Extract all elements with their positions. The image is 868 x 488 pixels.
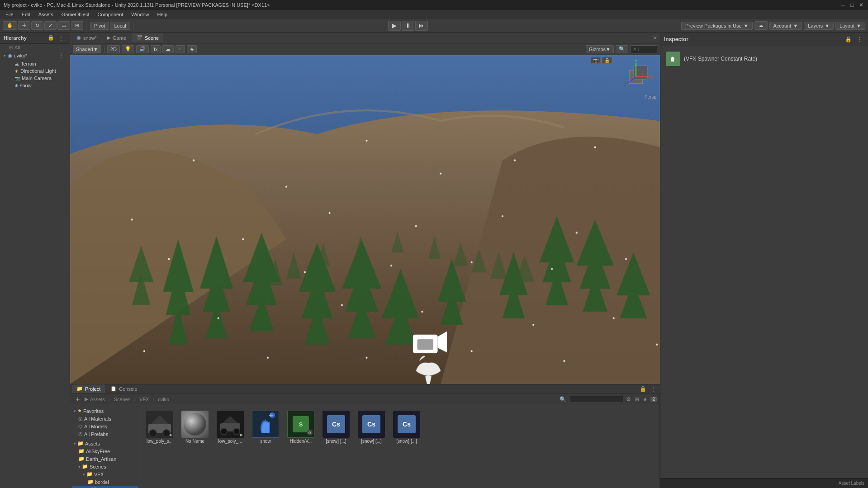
layout-button[interactable]: Layout ▼ (835, 22, 865, 30)
2d-button[interactable]: 2D (107, 45, 120, 53)
menu-assets[interactable]: Assets (35, 11, 57, 18)
scale-tool[interactable]: ⤢ (44, 21, 57, 30)
hierarchy-title: Hierarchy (4, 35, 27, 41)
svg-point-53 (576, 232, 578, 233)
project-settings-btn[interactable]: ⚙ (625, 395, 632, 403)
menu-edit[interactable]: Edit (18, 11, 34, 18)
breadcrumb-cviko[interactable]: cviko (158, 397, 169, 402)
breadcrumb-vfx[interactable]: VFX (139, 397, 149, 402)
breadcrumb-assets[interactable]: Assets (90, 397, 105, 402)
move-tool[interactable]: ✛ (18, 21, 30, 30)
play-button[interactable]: ▶ (388, 21, 401, 31)
asset-snow-cs-2[interactable]: Cs [snow] [...] (356, 409, 387, 445)
assets-label: Assets (85, 441, 100, 446)
tab-snow-scene[interactable]: ◉ snow* (72, 33, 101, 42)
scene-label: cviko* (14, 53, 27, 58)
anim-btn[interactable]: ◈ (187, 45, 197, 53)
all-prefabs-item[interactable]: ◎ All Prefabs (72, 430, 138, 438)
pause-button[interactable]: ⏸ (402, 21, 414, 31)
tab-project[interactable]: 📁 Project (72, 384, 105, 393)
breadcrumb-expand[interactable]: ▶ (85, 396, 88, 402)
hierarchy-item-snow[interactable]: ❄ snow (0, 82, 70, 89)
asset-snow-vfx[interactable]: snow (250, 409, 281, 445)
collab-icon[interactable]: ☁ (754, 21, 768, 30)
asset-low-poly-2[interactable]: ▶ low_poly_... (214, 409, 246, 445)
minimize-button[interactable]: ─ (840, 2, 846, 8)
search-project-btn[interactable]: 🔍 (559, 395, 567, 403)
lock-icon[interactable]: 🔒 (47, 34, 54, 42)
favorites-btn[interactable]: ★ (642, 395, 649, 403)
shading-chevron: ▼ (93, 47, 98, 52)
bordel-item[interactable]: 📁 bordel (72, 478, 138, 486)
scenes-item[interactable]: ▾ 📁 Scenes (72, 463, 138, 470)
close-tab-button[interactable]: ✕ (652, 34, 658, 42)
asset-snow-cs-3[interactable]: Cs [snow] [...] (391, 409, 422, 445)
tab-scene[interactable]: 🎬 Scene (132, 33, 163, 42)
local-button[interactable]: Local (110, 22, 130, 30)
gizmos-button[interactable]: Gizmos ▼ (586, 45, 614, 53)
close-button[interactable]: ✕ (858, 2, 864, 8)
expand-arrow-icon: ▾ (4, 53, 6, 58)
svg-point-60 (218, 317, 219, 319)
hierarchy-item-terrain[interactable]: ⛰ Terrain (0, 60, 70, 67)
menu-file[interactable]: File (2, 11, 17, 18)
scene-search-input[interactable] (630, 45, 657, 53)
shading-dropdown[interactable]: Shaded ▼ (73, 45, 101, 53)
menu-component[interactable]: Component (94, 11, 127, 18)
tab-game[interactable]: ▶ Game (102, 33, 131, 42)
assets-folder[interactable]: ▾ 📁 Assets (72, 440, 138, 447)
transform-tool[interactable]: ⊞ (71, 21, 83, 30)
menu-gameobject[interactable]: GameObject (58, 11, 93, 18)
scene-menu-icon[interactable]: ⋮ (56, 52, 66, 59)
audio-btn[interactable]: 🔊 (136, 45, 149, 53)
all-materials-item[interactable]: ◎ All Materials (72, 415, 138, 422)
lock-bottom-icon[interactable]: 🔒 (640, 386, 646, 392)
vfx-item[interactable]: ▾ 📁 VFX (72, 470, 138, 478)
scene-viewport[interactable]: X Y Z Persp 📷 🔒 (70, 55, 660, 384)
hierarchy-scene-cviko[interactable]: ▾ ◉ cviko* ⋮ (0, 51, 70, 60)
inspector-lock-icon[interactable]: 🔒 (845, 36, 852, 43)
three-dot-menu[interactable]: ⋮ (56, 34, 66, 42)
project-filter-btn[interactable]: ⊞ (634, 395, 640, 403)
allskyfree-item[interactable]: 📁 AllSkyFree (72, 447, 138, 455)
all-models-item[interactable]: ◎ All Models (72, 422, 138, 430)
cviko-item[interactable]: ▾ 📁 cviko (72, 486, 138, 488)
hierarchy-item-main-camera[interactable]: 📷 Main Camera (0, 75, 70, 82)
rotate-tool[interactable]: ↻ (31, 21, 43, 30)
search-scene-btn[interactable]: 🔍 (616, 45, 628, 53)
inspector-three-dot[interactable]: ⋮ (854, 36, 864, 43)
asset-low-poly-1[interactable]: ▶ low_poly_s... (144, 409, 175, 445)
asset-labels-label: Asset Labels (839, 481, 864, 486)
project-search-input[interactable] (569, 396, 623, 403)
hierarchy-item-directional-light[interactable]: ☀ Directional Light (0, 67, 70, 75)
tab-console[interactable]: 📋 Console (106, 384, 142, 393)
preview-packages-button[interactable]: Preview Packages in Use ▼ (681, 22, 753, 30)
skybox-btn[interactable]: ☁ (162, 45, 174, 53)
breadcrumb-scenes[interactable]: Scenes (114, 397, 131, 402)
lighting-btn[interactable]: 💡 (122, 45, 134, 53)
effects-btn[interactable]: fx (151, 45, 161, 53)
rect-tool[interactable]: ▭ (57, 21, 70, 30)
asset-snow-cs-1[interactable]: Cs [snow] [...] (320, 409, 352, 445)
asset-hidden-shader[interactable]: S ⚙ Hidden/V... (285, 409, 317, 445)
menu-window[interactable]: Window (128, 11, 152, 18)
fog-btn[interactable]: ≈ (175, 45, 185, 53)
camera-toggle[interactable]: 📷 (591, 57, 601, 64)
maximize-button[interactable]: □ (849, 2, 855, 8)
hierarchy-all-filter[interactable]: ⊞ All (0, 44, 70, 51)
layers-button[interactable]: Layers ▼ (804, 22, 834, 30)
asset-no-name[interactable]: No Name (179, 409, 211, 445)
step-button[interactable]: ⏭ (415, 21, 428, 31)
pivot-button[interactable]: Pivot (90, 22, 109, 30)
favorites-folder[interactable]: ▾ ★ Favorites (72, 407, 138, 415)
svg-rect-93 (269, 415, 273, 416)
project-add-button[interactable]: + (73, 394, 83, 404)
account-button[interactable]: Account ▼ (769, 22, 802, 30)
darth-artisan-item[interactable]: 📁 Darth_Artisan (72, 455, 138, 463)
svg-point-59 (625, 258, 627, 260)
three-dot-bottom[interactable]: ⋮ (648, 385, 658, 393)
hand-tool[interactable]: ✋ (3, 21, 17, 30)
menu-help[interactable]: Help (153, 11, 171, 18)
lock-scene-btn[interactable]: 🔒 (602, 57, 612, 64)
svg-point-51 (415, 225, 417, 227)
